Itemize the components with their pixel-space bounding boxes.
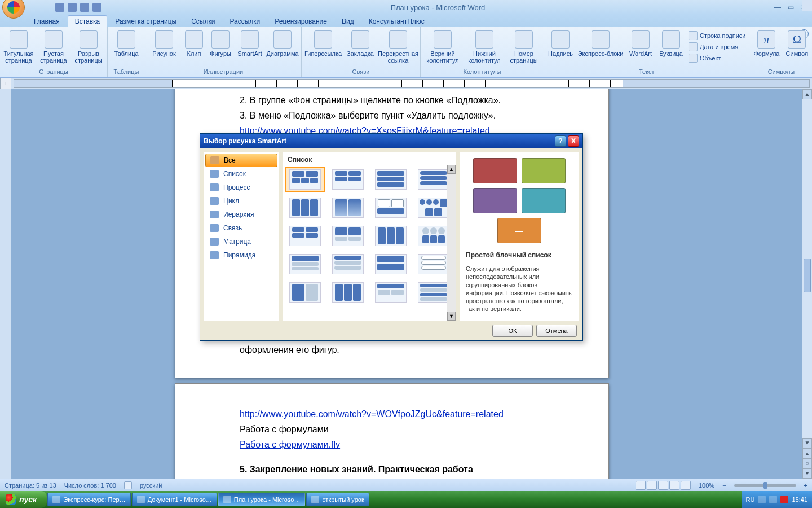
- smartart-thumb[interactable]: [328, 280, 368, 305]
- tab-consultant[interactable]: КонсультантПлюс: [362, 16, 431, 27]
- cat-list[interactable]: Список: [205, 167, 277, 181]
- taskbar-item-chrome[interactable]: Экспресс-курс: Пер…: [47, 493, 130, 506]
- zoom-out-icon[interactable]: −: [722, 482, 726, 489]
- ok-button[interactable]: ОК: [492, 325, 533, 337]
- sigline-button[interactable]: Строка подписи: [687, 30, 747, 41]
- smartart-thumb[interactable]: [285, 167, 325, 192]
- undo-icon[interactable]: [68, 3, 77, 12]
- language-icon[interactable]: [124, 481, 132, 489]
- dropcap-button[interactable]: Буквица: [657, 30, 685, 57]
- thumbs-scrollbar[interactable]: ▲ ▼: [447, 165, 456, 321]
- title-page-button[interactable]: Титульная страница: [2, 30, 35, 64]
- status-words[interactable]: Число слов: 1 700: [64, 482, 116, 489]
- web-layout-icon[interactable]: [658, 481, 668, 490]
- thumbs-scroll-up-icon[interactable]: ▲: [447, 165, 456, 174]
- page-break-button[interactable]: Разрыв страницы: [72, 30, 105, 64]
- wordart-button[interactable]: WordArt: [626, 30, 655, 57]
- cancel-button[interactable]: Отмена: [536, 325, 577, 337]
- picture-button[interactable]: Рисунок: [148, 30, 180, 57]
- cat-all[interactable]: Все: [205, 154, 277, 167]
- tab-view[interactable]: Вид: [335, 16, 361, 27]
- pageno-button[interactable]: Номер страницы: [506, 30, 541, 64]
- taskbar-item-word1[interactable]: Документ1 - Microso…: [132, 493, 217, 506]
- taskbar-item-word2[interactable]: План урока - Microso…: [218, 493, 306, 506]
- thumbs-scroll-down-icon[interactable]: ▼: [447, 312, 456, 321]
- zoom-in-icon[interactable]: +: [804, 482, 807, 489]
- maximize-icon[interactable]: ▭: [788, 3, 794, 11]
- horizontal-ruler[interactable]: [14, 79, 810, 88]
- doc-link[interactable]: http://www.youtube.com/watch?v=WOVfpoJZg…: [240, 409, 504, 419]
- dialog-close-icon[interactable]: X: [568, 135, 579, 147]
- cat-pyramid[interactable]: Пирамида: [205, 248, 277, 262]
- smartart-thumb[interactable]: [328, 167, 368, 192]
- bookmark-button[interactable]: Закладка: [345, 30, 376, 57]
- tab-references[interactable]: Ссылки: [184, 16, 222, 27]
- tab-mailings[interactable]: Рассылки: [223, 16, 267, 27]
- draft-icon[interactable]: [681, 481, 691, 490]
- smartart-thumb[interactable]: [371, 252, 411, 277]
- datetime-button[interactable]: Дата и время: [687, 42, 747, 52]
- tab-insert[interactable]: Вставка: [68, 15, 108, 27]
- smartart-thumb[interactable]: [285, 280, 325, 305]
- smartart-thumb[interactable]: [285, 252, 325, 277]
- crossref-button[interactable]: Перекрестная ссылка: [378, 30, 418, 64]
- next-page-icon[interactable]: ▾: [802, 468, 812, 479]
- smartart-thumb[interactable]: [371, 167, 411, 192]
- status-zoom[interactable]: 100%: [699, 482, 714, 489]
- footer-button[interactable]: Нижний колонтитул: [465, 30, 504, 64]
- tray-time[interactable]: 15:41: [792, 496, 807, 503]
- smartart-thumb[interactable]: [371, 280, 411, 305]
- cat-cycle[interactable]: Цикл: [205, 194, 277, 208]
- browse-object-icon[interactable]: ○: [802, 458, 812, 468]
- cat-relationship[interactable]: Связь: [205, 221, 277, 235]
- smartart-thumb[interactable]: [371, 224, 411, 248]
- scroll-up-icon[interactable]: ▲: [802, 89, 812, 99]
- object-button[interactable]: Объект: [687, 53, 747, 63]
- save-icon[interactable]: [55, 3, 64, 12]
- tab-review[interactable]: Рецензирование: [268, 16, 334, 27]
- smartart-thumb[interactable]: [285, 195, 325, 220]
- smartart-thumb[interactable]: [328, 195, 368, 220]
- zoom-slider[interactable]: [734, 484, 796, 487]
- document-page[interactable]: http://www.youtube.com/watch?v=WOVfpoJZg…: [175, 383, 609, 479]
- print-icon[interactable]: [92, 3, 102, 12]
- tab-home[interactable]: Главная: [27, 16, 67, 27]
- blank-page-button[interactable]: Пустая страница: [37, 30, 70, 64]
- tray-lang[interactable]: RU: [746, 496, 755, 503]
- quickparts-button[interactable]: Экспресс-блоки: [577, 30, 624, 57]
- equation-button[interactable]: πФормула: [752, 30, 781, 57]
- dialog-titlebar[interactable]: Выбор рисунка SmartArt ? X: [200, 134, 582, 148]
- cat-hierarchy[interactable]: Иерархия: [205, 208, 277, 221]
- smartart-thumb[interactable]: [371, 195, 411, 220]
- tray-icon[interactable]: [769, 496, 777, 503]
- start-button[interactable]: пуск: [0, 491, 47, 508]
- prev-page-icon[interactable]: ▴: [802, 448, 812, 458]
- cat-process[interactable]: Процесс: [205, 181, 277, 194]
- status-page[interactable]: Страница: 5 из 13: [5, 482, 56, 489]
- minimize-icon[interactable]: —: [774, 3, 781, 11]
- ruler-corner[interactable]: L: [0, 78, 11, 89]
- vertical-scrollbar[interactable]: ▲ ▼ ▴ ○ ▾: [802, 89, 812, 479]
- scroll-down-icon[interactable]: ▼: [802, 438, 812, 448]
- table-button[interactable]: Таблица: [110, 30, 143, 57]
- kaspersky-icon[interactable]: [780, 496, 788, 503]
- shapes-button[interactable]: Фигуры: [208, 30, 233, 57]
- redo-icon[interactable]: [80, 3, 89, 12]
- dialog-help-icon[interactable]: ?: [555, 135, 566, 147]
- scroll-thumb[interactable]: [804, 259, 811, 292]
- tab-layout[interactable]: Разметка страницы: [108, 16, 183, 27]
- doc-link[interactable]: Работа с формулами.flv: [240, 440, 340, 449]
- chart-button[interactable]: Диаграмма: [266, 30, 299, 57]
- vertical-ruler[interactable]: [0, 89, 11, 479]
- taskbar-item-folder[interactable]: открытый урок: [306, 493, 369, 506]
- fullscreen-reading-icon[interactable]: [647, 481, 657, 490]
- smartart-button[interactable]: SmartArt: [236, 30, 264, 57]
- outline-icon[interactable]: [669, 481, 679, 490]
- clip-button[interactable]: Клип: [183, 30, 205, 57]
- smartart-thumb[interactable]: [328, 224, 368, 248]
- cat-matrix[interactable]: Матрица: [205, 235, 277, 248]
- header-button[interactable]: Верхний колонтитул: [423, 30, 462, 64]
- tray-icon[interactable]: [758, 496, 766, 503]
- textbox-button[interactable]: Надпись: [546, 30, 575, 57]
- ruler-toggle-icon[interactable]: [802, 0, 812, 11]
